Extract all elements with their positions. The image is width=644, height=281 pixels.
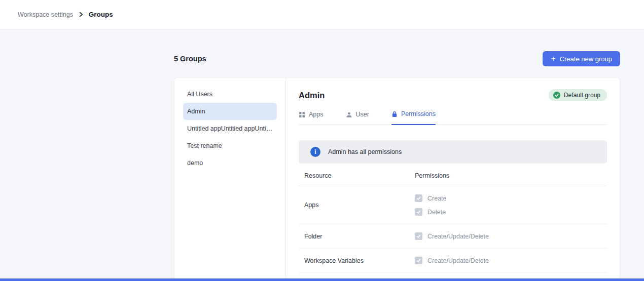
group-detail-pane: Admin Default group Apps [286,77,620,280]
check-circle-icon [553,92,560,99]
group-item-test-rename[interactable]: Test rename [183,137,277,154]
breadcrumb-current-groups: Groups [89,11,113,18]
group-list: All Users Admin Untitled appUntitled app… [174,77,286,280]
permissions-column-header: Permissions [411,172,607,179]
table-row-workspace-variables: Workspace Variables Create/Update/Delete [299,249,607,273]
checkbox-create-checked-disabled[interactable] [415,194,422,202]
default-group-badge-label: Default group [564,92,600,99]
group-item-demo[interactable]: demo [183,154,277,172]
permissions-table: Resource Permissions Apps Create [299,172,607,273]
group-detail-header: Admin Default group [299,88,607,103]
info-icon: i [310,147,320,157]
group-item-label: Admin [187,108,205,115]
groups-page: 5 Groups + Create new group All Users Ad… [0,51,644,281]
chevron-right-icon [78,12,84,17]
permission-label: Create/Update/Delete [427,233,489,240]
breadcrumb-workspace-settings[interactable]: Workspace settings [18,11,73,18]
group-item-label: All Users [187,91,212,98]
groups-count: 5 Groups [174,55,206,63]
checkbox-workspace-variables-checked-disabled[interactable] [415,257,422,264]
group-item-admin[interactable]: Admin [183,103,277,120]
user-icon [346,111,352,118]
checkbox-delete-checked-disabled[interactable] [415,208,422,216]
create-new-group-button[interactable]: + Create new group [543,51,620,66]
breadcrumb: Workspace settings Groups [18,11,113,18]
permission-label: Create/Update/Delete [427,257,489,264]
resource-name: Folder [304,233,411,240]
table-row-apps: Apps Create [299,186,607,224]
apps-grid-icon [299,111,305,118]
permission-label: Delete [427,209,446,216]
tab-permissions-label: Permissions [401,110,436,117]
group-item-all-users[interactable]: All Users [183,86,277,103]
tab-apps-label: Apps [309,111,324,118]
permission-workspace-variables-cud: Create/Update/Delete [415,257,607,264]
permissions-table-header: Resource Permissions [299,172,607,186]
plus-icon: + [551,55,555,63]
group-title: Admin [299,91,325,100]
resource-name: Apps [304,202,411,209]
resource-name: Workspace Variables [304,257,411,264]
group-item-untitled-app[interactable]: Untitled appUntitled appUntitle… [183,120,277,137]
table-row-folder: Folder Create/Update/Delete [299,224,607,249]
permissions-info-banner: i Admin has all permissions [299,140,607,164]
checkbox-folder-checked-disabled[interactable] [415,232,422,240]
tab-bar: Apps User Permissions [299,110,607,125]
bottom-accent-bar [0,278,644,281]
permission-label: Create [427,195,447,202]
lock-icon [391,111,398,117]
default-group-badge: Default group [549,89,607,101]
permission-apps-create: Create [415,194,607,202]
tab-permissions[interactable]: Permissions [391,110,436,125]
group-item-label: Untitled appUntitled appUntitle… [187,125,273,132]
page-header: 5 Groups + Create new group [174,51,620,66]
create-new-group-label: Create new group [560,55,612,63]
group-item-label: Test rename [187,142,222,149]
top-bar: Workspace settings Groups [0,0,644,29]
groups-card: All Users Admin Untitled appUntitled app… [174,77,620,281]
tab-apps[interactable]: Apps [299,110,324,125]
group-item-label: demo [187,159,203,167]
tab-user[interactable]: User [346,110,369,125]
tab-user-label: User [356,111,369,118]
permission-apps-delete: Delete [415,208,607,216]
permission-folder-cud: Create/Update/Delete [415,232,607,240]
resource-column-header: Resource [304,172,411,179]
banner-text: Admin has all permissions [328,148,402,155]
